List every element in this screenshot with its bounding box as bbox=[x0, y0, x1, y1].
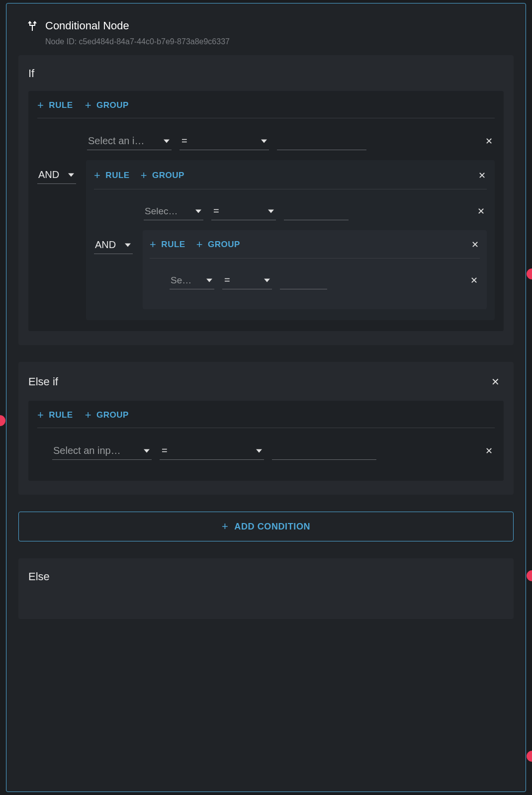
add-condition-label: ADD CONDITION bbox=[234, 522, 310, 532]
else-section-header: Else bbox=[28, 570, 504, 583]
value-input[interactable] bbox=[277, 134, 366, 150]
add-group-button[interactable]: + GROUP bbox=[196, 239, 240, 250]
branch-icon bbox=[26, 20, 38, 32]
chevron-down-icon bbox=[264, 278, 270, 282]
add-rule-button[interactable]: + RULE bbox=[94, 170, 130, 181]
plus-icon: + bbox=[37, 100, 44, 111]
remove-group-button[interactable]: ✕ bbox=[470, 238, 480, 251]
plus-icon: + bbox=[37, 410, 44, 421]
rule-row: Se… = ✕ bbox=[150, 271, 480, 289]
and-group-row: AND + RULE bbox=[94, 230, 487, 309]
remove-rule-button[interactable]: ✕ bbox=[483, 443, 495, 458]
add-rule-button[interactable]: + RULE bbox=[150, 239, 185, 250]
input-select[interactable]: Se… bbox=[170, 272, 214, 289]
add-rule-button[interactable]: + RULE bbox=[37, 100, 73, 111]
logic-operator-select[interactable]: AND bbox=[94, 236, 133, 254]
plus-icon: + bbox=[222, 521, 228, 532]
chevron-down-icon bbox=[144, 449, 150, 452]
if-rule-block: + RULE + GROUP Select an i… = bbox=[28, 91, 504, 331]
input-select-placeholder: Se… bbox=[171, 275, 191, 285]
elseif-section-title: Else if bbox=[28, 375, 58, 388]
remove-rule-button[interactable]: ✕ bbox=[483, 134, 495, 149]
chevron-down-icon bbox=[206, 279, 212, 282]
if-section: If + RULE + GROUP Select an i… bbox=[18, 55, 514, 345]
rule-label: RULE bbox=[49, 100, 73, 110]
elseif-section: Else if ✕ + RULE + GROUP Select an inp… bbox=[18, 362, 514, 495]
if-section-title: If bbox=[28, 67, 34, 80]
operator-value: = bbox=[181, 135, 187, 146]
add-rule-button[interactable]: + RULE bbox=[37, 410, 73, 421]
add-condition-button[interactable]: + ADD CONDITION bbox=[18, 512, 514, 541]
input-select[interactable]: Select an inp… bbox=[52, 442, 152, 460]
input-select[interactable]: Selec… bbox=[144, 203, 203, 220]
remove-section-button[interactable]: ✕ bbox=[487, 374, 504, 390]
if-rule-toolbar: + RULE + GROUP bbox=[37, 100, 495, 118]
chevron-down-icon bbox=[68, 173, 74, 177]
input-select-placeholder: Selec… bbox=[145, 206, 178, 216]
nested-toolbar-left: + RULE + GROUP bbox=[150, 239, 240, 250]
nested-group-block: + RULE + GROUP ✕ bbox=[143, 230, 487, 309]
rule-label: RULE bbox=[161, 240, 185, 250]
else-section-title: Else bbox=[28, 570, 50, 583]
group-label: GROUP bbox=[152, 171, 184, 180]
group-label: GROUP bbox=[96, 100, 129, 110]
else-section: Else bbox=[18, 558, 514, 619]
logic-operator-select[interactable]: AND bbox=[37, 166, 76, 184]
value-input[interactable] bbox=[284, 204, 349, 220]
node-id-row: Node ID: c5ed484d-84a7-44c0-b7e9-873a8e9… bbox=[45, 37, 506, 46]
and-label-text: AND bbox=[95, 239, 116, 250]
chevron-down-icon bbox=[195, 210, 201, 213]
plus-icon: + bbox=[85, 100, 91, 111]
plus-icon: + bbox=[150, 239, 156, 250]
plus-icon: + bbox=[141, 170, 147, 181]
nested-toolbar: + RULE + GROUP ✕ bbox=[150, 238, 480, 259]
and-group-row: AND + RULE + GROUP bbox=[37, 160, 495, 320]
plus-icon: + bbox=[85, 410, 91, 421]
nested-toolbar: + RULE + GROUP ✕ bbox=[94, 169, 487, 189]
value-input[interactable] bbox=[272, 444, 376, 460]
value-input[interactable] bbox=[280, 273, 327, 289]
input-select[interactable]: Select an i… bbox=[87, 132, 172, 150]
node-id-value: c5ed484d-84a7-44c0-b7e9-873a8e9c6337 bbox=[79, 37, 230, 46]
remove-rule-button[interactable]: ✕ bbox=[475, 204, 487, 219]
chevron-down-icon bbox=[256, 449, 262, 452]
node-header: Conditional Node Node ID: c5ed484d-84a7-… bbox=[6, 3, 526, 55]
remove-rule-button[interactable]: ✕ bbox=[468, 273, 480, 288]
elseif-rule-block: + RULE + GROUP Select an inp… = ✕ bbox=[28, 401, 504, 481]
nested-group-block: + RULE + GROUP ✕ Sele bbox=[86, 160, 495, 320]
rule-label: RULE bbox=[49, 410, 73, 420]
add-group-button[interactable]: + GROUP bbox=[141, 170, 184, 181]
output-port-else[interactable] bbox=[527, 751, 532, 762]
operator-select[interactable]: = bbox=[211, 202, 276, 220]
group-label: GROUP bbox=[96, 410, 129, 420]
add-group-button[interactable]: + GROUP bbox=[85, 410, 129, 421]
chevron-down-icon bbox=[125, 243, 131, 247]
remove-group-button[interactable]: ✕ bbox=[477, 169, 487, 182]
add-group-button[interactable]: + GROUP bbox=[85, 100, 129, 111]
operator-select[interactable]: = bbox=[179, 132, 269, 150]
rule-row: Select an i… = ✕ bbox=[37, 132, 495, 150]
elseif-section-header: Else if ✕ bbox=[28, 374, 504, 390]
operator-value: = bbox=[162, 445, 168, 456]
operator-value: = bbox=[213, 205, 219, 216]
input-port[interactable] bbox=[0, 415, 5, 426]
operator-select[interactable]: = bbox=[160, 442, 264, 460]
rule-row: Select an inp… = ✕ bbox=[37, 442, 495, 460]
input-select-placeholder: Select an i… bbox=[88, 135, 144, 146]
operator-select[interactable]: = bbox=[222, 271, 272, 289]
elseif-rule-toolbar: + RULE + GROUP bbox=[37, 410, 495, 428]
rule-row: Selec… = ✕ bbox=[94, 202, 487, 220]
node-title: Conditional Node bbox=[45, 19, 129, 32]
conditional-node-container: Conditional Node Node ID: c5ed484d-84a7-… bbox=[6, 3, 526, 792]
if-section-header: If bbox=[28, 67, 504, 80]
node-id-label: Node ID: bbox=[45, 37, 77, 46]
rule-label: RULE bbox=[105, 171, 129, 180]
chevron-down-icon bbox=[268, 209, 274, 213]
plus-icon: + bbox=[196, 239, 203, 250]
operator-value: = bbox=[224, 274, 230, 285]
input-select-placeholder: Select an inp… bbox=[53, 445, 121, 456]
chevron-down-icon bbox=[261, 139, 267, 143]
group-label: GROUP bbox=[208, 240, 240, 250]
output-port-if[interactable] bbox=[527, 268, 532, 279]
output-port-elseif[interactable] bbox=[527, 570, 532, 581]
